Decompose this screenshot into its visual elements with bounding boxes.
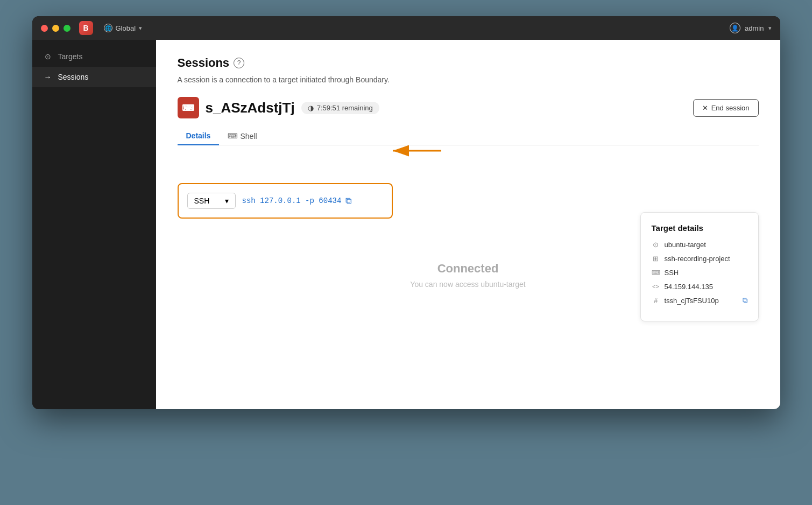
maximize-button[interactable] [63,25,70,32]
chevron-down-icon: ▾ [139,25,142,32]
time-badge: ◑ 7:59:51 remaining [301,102,379,114]
target-details-title: Target details [652,223,747,233]
target-details-panel: Target details ⊙ ubuntu-target ⊞ ssh-rec… [640,212,759,321]
targets-icon: ⊙ [43,52,53,61]
titlebar: B 🌐 Global ▾ 👤 admin ▾ [32,16,780,40]
protocol-select[interactable]: SSH ▾ [187,193,236,209]
app-logo: B [79,21,93,35]
tab-shell-label: Shell [240,132,257,141]
traffic-lights [41,25,70,32]
target-name-value: ubuntu-target [665,241,706,249]
titlebar-right: 👤 admin ▾ [730,23,771,33]
target-detail-protocol: ⌨ SSH [652,268,747,277]
project-value: ssh-recording-project [665,255,730,263]
clock-icon: ◑ [308,104,314,112]
session-type-icon: ⌨ [178,97,199,118]
main-layout: ⊙ Targets → Sessions Sessions ? A sessio… [32,40,780,409]
page-header: Sessions ? [178,56,759,70]
globe-icon: 🌐 [104,24,112,32]
ssh-command-text: ssh 127.0.0.1 -p 60434 [242,197,342,205]
target-detail-token: # tssh_cjTsFSU10p ⧉ [652,296,747,305]
admin-chevron-icon: ▾ [768,25,772,32]
close-button[interactable] [41,25,48,32]
protocol-value: SSH [665,269,679,277]
page-description: A session is a connection to a target in… [178,75,759,84]
token-copy-icon[interactable]: ⧉ [743,296,747,305]
end-session-label: End session [711,104,750,112]
annotation-area [178,156,759,172]
app-window: B 🌐 Global ▾ 👤 admin ▾ ⊙ Targets → Sessi… [32,16,780,409]
sidebar: ⊙ Targets → Sessions [32,40,156,409]
hash-icon: # [652,296,660,305]
target-detail-name: ⊙ ubuntu-target [652,240,747,249]
shell-prefix-icon: ⌨ [228,132,238,140]
admin-label: admin [745,24,764,32]
ssh-command: ssh 127.0.0.1 -p 60434 ⧉ [242,196,352,206]
ssh-command-box: SSH ▾ ssh 127.0.0.1 -p 60434 ⧉ [178,183,393,219]
main-content: Sessions ? A session is a connection to … [156,40,780,409]
ip-icon: <> [652,282,660,291]
token-value: tssh_cjTsFSU10p [665,297,719,305]
session-header: ⌨ s_ASzAdstjTj ◑ 7:59:51 remaining ✕ End… [178,97,759,118]
sidebar-item-label-targets: Targets [58,52,83,61]
page-title: Sessions [178,56,230,70]
ip-value: 54.159.144.135 [665,283,713,291]
tab-details[interactable]: Details [178,127,220,145]
protocol-icon: ⌨ [652,268,660,277]
global-label: Global [116,24,136,32]
user-icon: 👤 [730,23,740,33]
tab-details-label: Details [186,131,211,140]
protocol-chevron-icon: ▾ [225,197,229,205]
target-detail-project: ⊞ ssh-recording-project [652,254,747,263]
sidebar-item-label-sessions: Sessions [58,73,89,81]
time-remaining: 7:59:51 remaining [317,104,373,112]
arrow-annotation [382,140,447,162]
help-icon[interactable]: ? [234,58,244,68]
session-icon-symbol: ⌨ [182,103,194,113]
sidebar-item-sessions[interactable]: → Sessions [32,67,156,87]
minimize-button[interactable] [52,25,59,32]
sidebar-item-targets[interactable]: ⊙ Targets [32,46,156,67]
tabs: Details ⌨ Shell [178,127,759,145]
arrow-svg [382,140,447,162]
target-detail-ip: <> 54.159.144.135 [652,282,747,291]
sessions-icon: → [43,72,53,82]
target-icon: ⊙ [652,240,660,249]
end-session-button[interactable]: ✕ End session [693,99,759,117]
x-icon: ✕ [702,104,708,112]
protocol-label: SSH [194,197,210,205]
session-id: s_ASzAdstjTj [206,100,295,116]
tab-shell[interactable]: ⌨ Shell [219,127,265,145]
global-selector[interactable]: 🌐 Global ▾ [104,24,143,32]
project-icon: ⊞ [652,254,660,263]
copy-icon[interactable]: ⧉ [345,196,351,206]
